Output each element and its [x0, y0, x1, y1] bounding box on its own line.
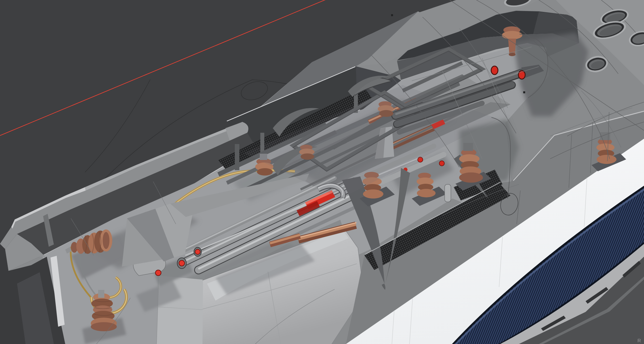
svg-text:R: R — [637, 338, 641, 343]
